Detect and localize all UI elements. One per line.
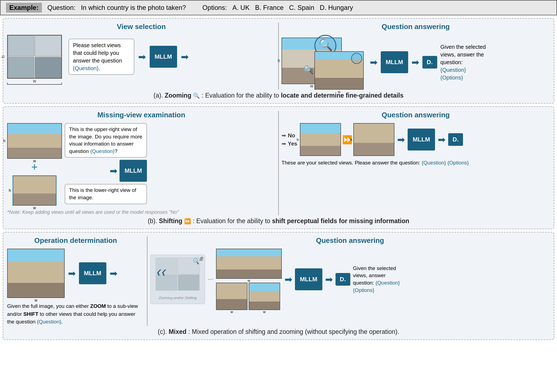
caption-a-rest: : Evaluation for the ability to: [202, 92, 279, 99]
grid-image: [7, 35, 62, 79]
option-c: C. Spain: [289, 4, 314, 12]
section-a-left-title: View selection: [7, 22, 275, 31]
c-given-text: Given the selected views, answer questio…: [353, 265, 402, 294]
b-p1-qmark: ?: [115, 148, 118, 154]
caption-a-prefix: (a).: [154, 92, 163, 99]
arrow-to-mllm-a2: ➡: [370, 57, 377, 68]
b-qa-q: {Question}: [422, 160, 446, 166]
mllm-box-c: MLLM: [79, 262, 106, 284]
yes-label: Yes: [288, 141, 297, 147]
zoom-front-w: w: [338, 90, 340, 94]
section-c: Operation determination w ➡ MLLM ➡ Given…: [3, 232, 554, 340]
b-right-img1: h: [300, 123, 341, 156]
c-p1: Given the full image, you can either: [7, 303, 90, 309]
c-o-ref: {Options}: [353, 287, 374, 293]
c-sm-img1: w: [216, 249, 282, 279]
caption-c-prefix: (c).: [158, 328, 167, 335]
magnify-circle-small: [351, 53, 362, 64]
given-prefix-a: Given the selected views, answer the que…: [441, 44, 486, 65]
c-shift-bold: SHIFT: [23, 311, 38, 317]
c-prompt: Given the full image, you can either ZOO…: [7, 302, 139, 326]
shift-icon-overlay: ❮❮: [156, 269, 166, 276]
c-sm-bottom-row: w w: [216, 283, 282, 310]
arrow-to-mllm-b: ➡: [110, 165, 117, 176]
c-q-ref: {Question}: [37, 319, 61, 325]
given-text-a: Given the selected views, answer the que…: [441, 43, 490, 81]
example-label: Example:: [6, 3, 42, 13]
c-zoom-bold: ZOOM: [90, 303, 106, 309]
mllm-box-a2: MLLM: [381, 51, 408, 73]
zs-cell4: [178, 274, 200, 291]
caption-c-rest: : Mixed operation of shifting and zoomin…: [188, 328, 399, 335]
section-a-right-flow: h w 🔍 h w 🔍: [282, 35, 550, 90]
section-b-right-title: Question answering: [282, 111, 550, 119]
trash-icon-c: 🗑: [199, 256, 204, 262]
b-p2-text: This is the lower-right view of the imag…: [69, 187, 136, 200]
b-h2: h: [9, 188, 11, 193]
section-a-caption: (a). Zooming 🔍 : Evaluation for the abil…: [7, 92, 550, 99]
grid-image-container: w h: [7, 35, 62, 79]
section-b-caption: (b). Shifting ⏩ : Evaluation for the abi…: [7, 217, 550, 225]
section-b-left-title: Missing-view examination: [7, 111, 275, 119]
c-sm-w3: w: [263, 310, 266, 314]
section-b-right: Question answering ➡ No ➡ Yes: [282, 111, 550, 215]
separator-c: [147, 236, 147, 326]
b-img-upper: h w: [7, 123, 62, 159]
answer-box-a: D.: [422, 56, 437, 69]
prompt-text-a-2: .: [98, 65, 100, 71]
b-w2: w: [33, 206, 36, 210]
separator-b: [278, 111, 279, 215]
section-a-right: Question answering h w 🔍: [282, 22, 550, 90]
c-sm-w2: w: [231, 310, 233, 314]
shift-arrows-caption: ⏩: [184, 218, 191, 224]
section-c-left-flow: w ➡ MLLM ➡: [7, 249, 144, 298]
zoom-shift-label: Zooming and/or Shifting: [159, 296, 197, 300]
b-p1-q: {Question}: [90, 148, 115, 154]
c-w-label: w: [35, 298, 37, 302]
caption-b-bold2: shift perceptual fields for missing info…: [272, 217, 409, 225]
main-content: View selection w h: [0, 15, 557, 343]
zoom-views-container: h w 🔍 h w 🔍: [282, 35, 366, 90]
arrow-from-mllm-c2: ➡: [325, 274, 333, 285]
option-b: B. France: [255, 4, 283, 12]
grid-cell-2: [35, 35, 61, 56]
section-b-left: Missing-view examination h w + h: [7, 111, 275, 215]
answer-box-c: D.: [336, 273, 350, 286]
c-full-img: w: [7, 249, 65, 298]
c-q-ref2: {Question}: [376, 280, 400, 286]
section-c-right: Question answering 🔍 ❮❮: [150, 236, 550, 326]
arrow-yes: ➡: [282, 140, 286, 147]
separator-a: [278, 22, 279, 90]
arrow-to-mllm-c: ➡: [68, 268, 76, 279]
grid-cell-1: [8, 35, 34, 56]
arrow-from-mllm-c: ➡: [110, 268, 117, 279]
section-a-right-title: Question answering: [282, 22, 550, 31]
search-icon-large: 🔍: [319, 38, 333, 52]
options-ref-a: {Options}: [441, 75, 463, 81]
b-w1: w: [33, 159, 36, 163]
option-d: D. Hungary: [320, 4, 353, 12]
section-b: Missing-view examination h w + h: [3, 106, 554, 229]
mllm-box-c2: MLLM: [295, 268, 322, 290]
zs-cell3: [156, 274, 177, 291]
zoom-w-label: w: [310, 84, 313, 89]
section-b-left-flow: h w + h w This is th: [7, 123, 275, 206]
mllm-box-a: MLLM: [150, 46, 177, 68]
mllm-box-b2: MLLM: [408, 129, 435, 150]
section-b-row: Missing-view examination h w + h: [7, 111, 550, 215]
arrow-to-mllm-a: ➡: [138, 51, 146, 62]
section-c-right-flow: 🔍 ❮❮ Zooming and/or Shifting 🗑 w: [150, 249, 550, 310]
arrow-to-mllm-b2: ➡: [397, 134, 405, 145]
caption-b-bold: Shifting: [159, 217, 184, 225]
b-images-stack: h w + h w: [7, 123, 62, 206]
grid-cell-3: [8, 57, 34, 78]
options-prefix: Options:: [202, 4, 227, 12]
prompt-text-a-1: Please select views that could help you …: [73, 42, 122, 64]
zoom-icon-overlay: 🔍: [192, 258, 199, 265]
b-right-imgs: h ⏩ h: [300, 123, 394, 156]
b-prompt2: This is the lower-right view of the imag…: [65, 184, 147, 204]
zoom-front-h: h: [311, 68, 313, 73]
b-qa-text: These are your selected views. Please an…: [282, 160, 550, 166]
c-sm-w1: w: [248, 279, 250, 283]
caption-c-bold: Mixed: [169, 328, 186, 335]
